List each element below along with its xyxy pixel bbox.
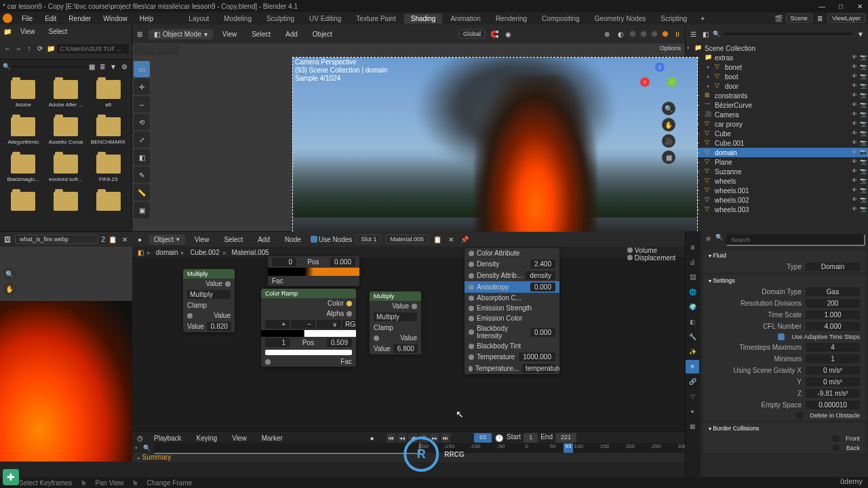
tab-uvediting[interactable]: UV Editing xyxy=(302,14,348,24)
tool-transform[interactable]: ◧ xyxy=(134,149,150,165)
unlink-icon[interactable]: 📋 xyxy=(108,235,117,244)
visibility-icon[interactable]: 👁 xyxy=(852,159,859,165)
scene-collection[interactable]: Scene Collection xyxy=(705,45,867,52)
pan-icon[interactable]: ✋ xyxy=(662,118,675,131)
menu-help[interactable]: Help xyxy=(134,14,159,24)
tool-annotate[interactable]: ✎ xyxy=(134,167,150,183)
render-icon[interactable]: 📷 xyxy=(860,54,867,61)
filter-icon[interactable]: ▼ xyxy=(108,62,118,71)
outliner-item[interactable]: ▸▽domain👁📷 xyxy=(686,148,868,157)
editor-type-icon[interactable]: ⊞ xyxy=(135,29,144,39)
ne-select[interactable]: Select xyxy=(218,235,248,245)
ptab-output[interactable]: 🖨 xyxy=(686,256,699,269)
outliner-type-icon[interactable]: ☰ xyxy=(688,29,698,39)
proportional-icon[interactable]: ◉ xyxy=(503,29,513,39)
node-input-row[interactable]: Blackbody Tint xyxy=(465,341,559,351)
ptab-texture[interactable]: ▦ xyxy=(686,420,699,433)
outliner-item[interactable]: ▸🎥Camera👁📷 xyxy=(686,110,868,119)
outliner-item[interactable]: ▸▽Cube👁📷 xyxy=(686,129,868,138)
tl-type-icon[interactable]: ◷ xyxy=(135,433,144,443)
render-icon[interactable]: 📷 xyxy=(860,111,867,118)
ptab-modifier[interactable]: 🔧 xyxy=(686,330,699,344)
outliner-item[interactable]: ▸📁extras👁📷 xyxy=(686,53,868,62)
outliner-item[interactable]: ▸▽wheels.001👁📷 xyxy=(686,186,868,195)
visibility-icon[interactable]: 👁 xyxy=(852,168,859,175)
shade-material[interactable] xyxy=(651,30,658,37)
outliner-item[interactable]: ▸▽Cube.001👁📷 xyxy=(686,138,868,148)
fb-search[interactable] xyxy=(12,65,85,68)
prop-search[interactable] xyxy=(726,234,865,246)
menu-render[interactable]: Render xyxy=(63,14,96,24)
toggle3[interactable] xyxy=(157,45,167,56)
ptab-world[interactable]: 🌍 xyxy=(686,300,699,314)
sec-fluid[interactable]: Fluid xyxy=(703,250,865,261)
ie-zoom-icon[interactable]: 🔍 xyxy=(3,267,16,281)
render-icon[interactable]: 📷 xyxy=(860,73,867,80)
jump-start-icon[interactable]: ⏮ xyxy=(387,433,396,443)
snap-icon[interactable]: 🧲 xyxy=(490,29,499,39)
tool-rotate[interactable]: ⟲ xyxy=(134,114,150,130)
minimize-button[interactable]: — xyxy=(816,1,827,12)
node-input-row[interactable]: Emission Strength xyxy=(465,303,559,313)
outliner-item[interactable]: ▸▽boot👁📷 xyxy=(686,72,868,81)
tab-animation[interactable]: Animation xyxy=(443,14,487,24)
bc-mat[interactable]: Material.005 xyxy=(232,249,272,256)
visibility-icon[interactable]: 👁 xyxy=(852,130,859,137)
tmin[interactable]: 1 xyxy=(806,354,860,363)
slot-field[interactable]: Slot 1 xyxy=(356,235,381,244)
folder-item[interactable]: aft xyxy=(87,76,129,112)
axis-z[interactable]: Z xyxy=(655,62,665,72)
visibility-icon[interactable]: 👁 xyxy=(852,178,859,184)
viewlayer-field[interactable]: ViewLayer xyxy=(827,14,865,23)
nav-gizmo[interactable]: X Y Z xyxy=(640,62,677,99)
tab-modeling[interactable]: Modeling xyxy=(217,14,258,24)
menu-file[interactable]: File xyxy=(16,14,38,24)
nav-up-icon[interactable]: ↑ xyxy=(24,44,34,54)
toggle4[interactable] xyxy=(168,45,179,56)
persp-icon[interactable]: ▦ xyxy=(662,150,675,164)
tab-compositing[interactable]: Compositing xyxy=(535,14,587,24)
outliner-item[interactable]: ▸▽door👁📷 xyxy=(686,81,868,91)
ptab-physics[interactable]: ⚛ xyxy=(686,360,699,373)
outliner-item[interactable]: ▸〰BézierCurve👁📷 xyxy=(686,100,868,110)
current-frame[interactable]: 93 xyxy=(474,433,492,443)
res-div[interactable]: 200 xyxy=(806,299,860,308)
tab-layout[interactable]: Layout xyxy=(182,14,216,24)
bc-domain[interactable]: domain xyxy=(156,249,186,256)
mode-selector[interactable]: ◧ Object Mode ▾ xyxy=(149,29,213,39)
render-icon[interactable]: 📷 xyxy=(860,168,867,175)
ptab-scene[interactable]: 🌐 xyxy=(686,285,699,299)
visibility-icon[interactable]: 👁 xyxy=(852,140,859,146)
settings-icon[interactable]: ⚙ xyxy=(119,62,129,71)
playhead[interactable]: 93 xyxy=(564,443,573,453)
back-check[interactable] xyxy=(833,445,840,451)
tool-scale[interactable]: ⤢ xyxy=(134,131,150,148)
render-icon[interactable]: 📷 xyxy=(860,130,867,137)
path-field[interactable]: C:\Users\ASUS TUF ... xyxy=(57,44,129,54)
node-multiply-title[interactable]: Multiply xyxy=(183,269,235,279)
ne-add[interactable]: Add xyxy=(252,235,275,245)
sec-settings[interactable]: Settings xyxy=(703,275,865,286)
ie-pan-icon[interactable]: ✋ xyxy=(3,282,16,296)
render-icon[interactable]: 📷 xyxy=(860,64,867,70)
delete-obs-check[interactable] xyxy=(796,412,803,419)
render-icon[interactable]: 📷 xyxy=(860,121,867,127)
menu-edit[interactable]: Edit xyxy=(39,14,62,24)
mat-unlink-icon[interactable]: ✕ xyxy=(446,235,456,244)
tool-measure[interactable]: 📏 xyxy=(134,184,150,201)
maximize-button[interactable]: □ xyxy=(835,1,846,12)
visibility-icon[interactable]: 👁 xyxy=(852,149,859,156)
outliner-item[interactable]: ▸▽car proxy👁📷 xyxy=(686,119,868,129)
adaptive-check[interactable] xyxy=(778,333,785,340)
outliner-item[interactable]: ▸▽Plane👁📷 xyxy=(686,157,868,167)
shade-wire[interactable] xyxy=(629,30,636,37)
gizmo-toggle-icon[interactable]: ⊕ xyxy=(602,29,612,39)
node-input-row[interactable]: Color Attribute xyxy=(465,248,559,258)
render-icon[interactable]: 📷 xyxy=(860,92,867,99)
keyframe-next-icon[interactable]: ▸▸ xyxy=(430,433,439,443)
cfl[interactable]: 4.000 xyxy=(806,322,860,331)
close-button[interactable]: ✕ xyxy=(854,1,865,12)
display-grid-icon[interactable]: ▦ xyxy=(87,62,96,71)
visibility-icon[interactable]: 👁 xyxy=(852,73,859,80)
options-dropdown[interactable]: Options xyxy=(660,45,681,52)
